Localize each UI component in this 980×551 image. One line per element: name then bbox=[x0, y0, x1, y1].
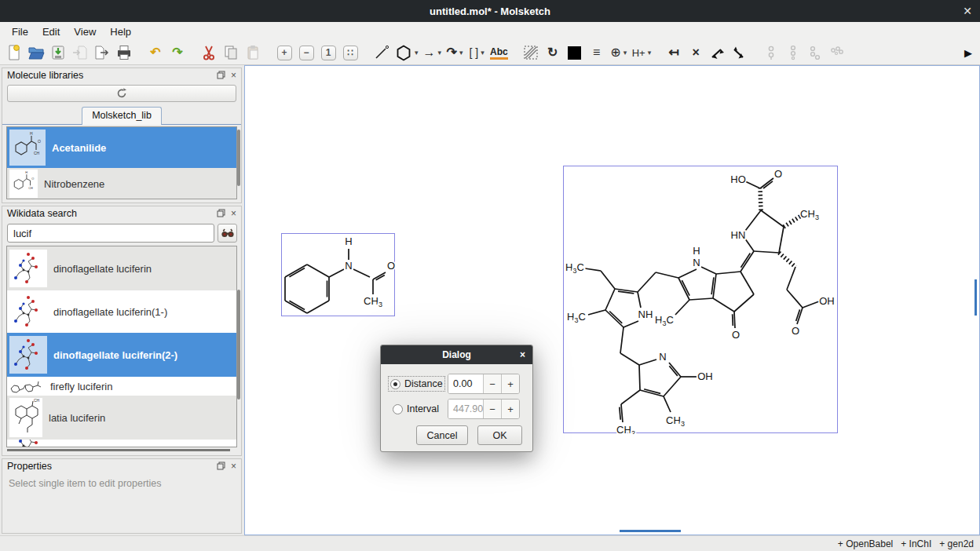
float-icon[interactable] bbox=[217, 71, 225, 81]
toolbar-overflow-icon[interactable]: ▶ bbox=[964, 47, 977, 59]
open-button[interactable] bbox=[26, 42, 46, 63]
print-button[interactable] bbox=[114, 42, 134, 63]
delete-tool[interactable]: × bbox=[686, 42, 706, 63]
spiro-chain-tool[interactable] bbox=[827, 42, 847, 63]
search-button[interactable] bbox=[218, 224, 237, 243]
redo-button[interactable]: ↷ bbox=[167, 42, 188, 63]
zoom-in-button[interactable]: + bbox=[274, 42, 294, 63]
panel-header[interactable]: Molecule libraries × bbox=[2, 68, 241, 82]
cancel-button[interactable]: Cancel bbox=[416, 425, 468, 445]
wikidata-result-item[interactable]: dinoflagellate luciferin(2-) bbox=[7, 333, 236, 377]
selection-tool[interactable] bbox=[521, 42, 541, 63]
close-icon[interactable]: × bbox=[231, 209, 236, 218]
window-close-icon[interactable]: ✕ bbox=[963, 0, 972, 22]
dialog-title-bar[interactable]: Dialog × bbox=[381, 345, 532, 364]
hydrogen-tool[interactable]: H+▾ bbox=[631, 42, 653, 63]
zoom-fit-button[interactable]: ∷ bbox=[340, 42, 360, 63]
zoom-original-button[interactable]: 1 bbox=[318, 42, 338, 63]
wikidata-result-item-partial[interactable] bbox=[7, 440, 236, 447]
distance-value[interactable]: 0.00 bbox=[448, 374, 483, 393]
ring-tool-icon bbox=[395, 44, 412, 61]
tab-molsketch-lib[interactable]: Molsketch_lib bbox=[82, 107, 162, 125]
close-icon[interactable]: × bbox=[231, 462, 236, 471]
ring-tool-dropdown[interactable]: ▾ bbox=[415, 49, 419, 57]
rotate-tool[interactable]: ↻ bbox=[543, 42, 563, 63]
float-icon[interactable] bbox=[217, 462, 225, 472]
canvas-vscroll-indicator[interactable] bbox=[975, 279, 977, 316]
refresh-library-button[interactable] bbox=[7, 85, 236, 102]
panel-header[interactable]: Properties × bbox=[2, 459, 241, 473]
luciferin-selection-box[interactable]: HOOHNCH3OHOHNH3COH3CH3CNHNOHCH3CH2 bbox=[563, 166, 838, 433]
wikidata-result-item[interactable]: firefly luciferin bbox=[7, 377, 236, 396]
interval-radio[interactable] bbox=[393, 404, 403, 414]
charge-tool-dropdown[interactable]: ▾ bbox=[623, 49, 627, 57]
openbabel-status[interactable]: + OpenBabel bbox=[838, 538, 893, 549]
ring-tool[interactable]: ▾ bbox=[393, 42, 420, 63]
export-button-icon bbox=[93, 44, 111, 61]
double-chain-tool[interactable] bbox=[805, 42, 825, 63]
bracket-tool-dropdown[interactable]: ▾ bbox=[481, 49, 485, 57]
dialog-close-icon[interactable]: × bbox=[520, 349, 525, 360]
drawing-canvas[interactable]: NHOCH3 HOOHNCH3OHOHNH3COH3CH3CNHNOHCH3CH… bbox=[244, 65, 980, 535]
panel-header[interactable]: Wikidata search × bbox=[2, 206, 241, 221]
distance-radio[interactable] bbox=[390, 379, 400, 389]
menu-view[interactable]: View bbox=[67, 24, 103, 40]
hydrogen-arrow-tool[interactable]: ↤ bbox=[664, 42, 684, 63]
wedge-bond-tool[interactable] bbox=[708, 42, 728, 63]
wikidata-vscrollbar[interactable] bbox=[237, 290, 240, 400]
draw-bond-tool[interactable] bbox=[371, 42, 392, 63]
canvas-hscroll-indicator[interactable] bbox=[620, 530, 681, 532]
wikidata-result-item[interactable]: CHlatia luciferin bbox=[7, 396, 236, 440]
ok-button[interactable]: OK bbox=[477, 425, 522, 445]
wikidata-result-item-label: dinoflagellate luciferin bbox=[53, 263, 152, 275]
line-width-button[interactable]: ≡ bbox=[587, 42, 607, 63]
interval-decrement-button[interactable]: − bbox=[483, 400, 501, 418]
library-item[interactable]: HOCHNitrobenzene bbox=[7, 168, 236, 199]
color-button[interactable] bbox=[565, 42, 585, 63]
library-item[interactable]: HOCHAcetanilide bbox=[7, 127, 236, 168]
ring-chain-tool[interactable] bbox=[783, 42, 803, 63]
bracket-tool[interactable]: [ ]▾ bbox=[466, 42, 487, 63]
distance-option: Distance bbox=[390, 378, 443, 389]
menu-help[interactable]: Help bbox=[103, 24, 138, 40]
menu-edit[interactable]: Edit bbox=[35, 24, 67, 40]
zoom-out-button[interactable]: − bbox=[296, 42, 316, 63]
gen2d-status[interactable]: + gen2d bbox=[939, 538, 974, 549]
search-input[interactable]: lucif bbox=[7, 224, 214, 243]
close-icon[interactable]: × bbox=[231, 71, 236, 80]
reaction-arrow-tool-dropdown[interactable]: ▾ bbox=[438, 49, 442, 57]
interval-increment-button[interactable]: + bbox=[501, 400, 519, 418]
mechanism-arrow-tool-dropdown[interactable]: ▾ bbox=[459, 49, 463, 57]
dialog-window[interactable]: Dialog × Distance 0.00 − + Interval 447.… bbox=[380, 345, 533, 452]
chain-tool[interactable] bbox=[761, 42, 781, 63]
new-document-button[interactable] bbox=[4, 42, 24, 63]
copy-button[interactable] bbox=[221, 42, 241, 63]
reaction-arrow-tool[interactable]: →▾ bbox=[422, 42, 444, 63]
charge-tool[interactable]: ⊕▾ bbox=[609, 42, 629, 63]
inchi-status[interactable]: + InChI bbox=[901, 538, 931, 549]
luciferin-structure[interactable]: HOOHNCH3OHOHNH3COH3CH3CNHNOHCH3CH2 bbox=[564, 166, 839, 434]
wikidata-result-item[interactable]: dinoflagellate luciferin bbox=[7, 246, 236, 290]
undo-button[interactable]: ↶ bbox=[145, 42, 166, 63]
hydrogen-tool-dropdown[interactable]: ▾ bbox=[648, 49, 652, 57]
distance-spinbox: 0.00 − + bbox=[448, 374, 520, 394]
import-button[interactable] bbox=[70, 42, 90, 63]
library-scrollbar[interactable] bbox=[237, 130, 240, 186]
export-button[interactable] bbox=[92, 42, 112, 63]
text-tool[interactable]: Abc bbox=[488, 42, 510, 63]
cut-button[interactable] bbox=[199, 42, 219, 63]
paste-button[interactable] bbox=[243, 42, 263, 63]
hash-bond-tool[interactable] bbox=[730, 42, 750, 63]
distance-decrement-button[interactable]: − bbox=[483, 374, 501, 393]
acetanilide-selection-box[interactable]: NHOCH3 bbox=[281, 233, 395, 316]
menu-file[interactable]: File bbox=[5, 24, 35, 40]
float-icon[interactable] bbox=[217, 209, 225, 219]
mechanism-arrow-tool[interactable]: ↷▾ bbox=[444, 42, 465, 63]
distance-increment-button[interactable]: + bbox=[501, 374, 519, 393]
save-button[interactable] bbox=[48, 42, 68, 63]
wikidata-hscrollbar[interactable] bbox=[7, 449, 230, 451]
acetanilide-structure[interactable]: NHOCH3 bbox=[282, 234, 396, 317]
interval-value[interactable]: 447.90 bbox=[448, 400, 483, 418]
wikidata-result-item[interactable]: dinoflagellate luciferin(1-) bbox=[7, 290, 236, 333]
title-bar[interactable]: untitled.mol* - Molsketch ✕ bbox=[0, 0, 980, 22]
